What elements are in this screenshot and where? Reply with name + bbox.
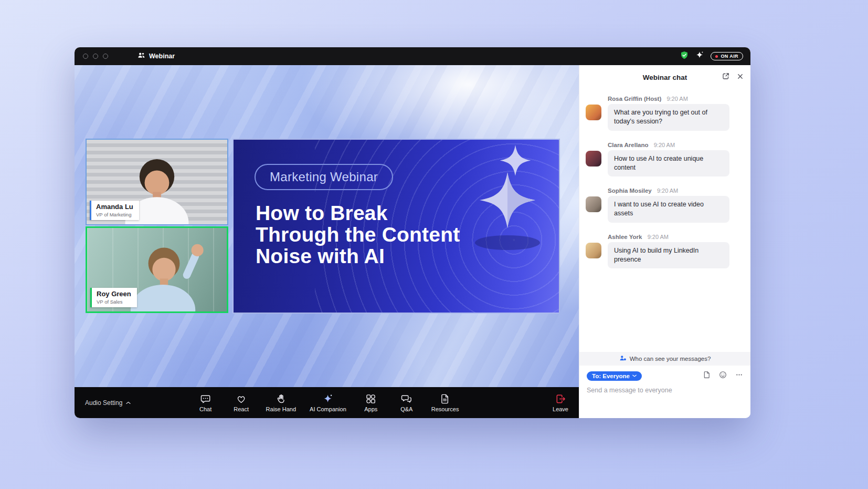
webinar-people-icon	[137, 51, 145, 61]
slide-heading-line: How to Break	[256, 203, 460, 224]
stage-column: Amanda Lu VP of Marketing	[75, 65, 579, 418]
people-icon	[619, 355, 627, 363]
toolbar-buttons: Chat React Raise Hand AI Companion	[195, 387, 459, 418]
titlebar: Webinar ON AIR	[75, 47, 750, 65]
toolbar-button-label: React	[234, 406, 249, 412]
message-header: Clara Arellano 9:20 AM	[608, 142, 743, 148]
apps-button[interactable]: Apps	[360, 393, 382, 412]
message-time: 9:20 AM	[657, 188, 678, 194]
chevron-up-icon	[126, 401, 131, 404]
close-window-button[interactable]	[83, 54, 88, 59]
resources-icon	[440, 393, 451, 404]
who-can-see-link[interactable]: Who can see your messages?	[579, 352, 750, 366]
composer-icons	[703, 371, 743, 381]
message-time: 9:20 AM	[654, 142, 675, 148]
audio-setting-button[interactable]: Audio Setting	[85, 399, 131, 407]
toolbar-button-label: AI Companion	[310, 406, 346, 412]
toolbar-button-label: Q&A	[400, 406, 412, 412]
leave-button-label: Leave	[553, 406, 568, 412]
webinar-window: Webinar ON AIR	[75, 47, 750, 418]
chat-composer: To: Everyone	[579, 366, 750, 418]
avatar	[586, 196, 601, 212]
speaker-tile-roy[interactable]: Roy Green VP of Sales	[86, 226, 228, 313]
chat-message-list: Rosa Griffin (Host) 9:20 AM What are you…	[579, 89, 750, 352]
audio-setting-label: Audio Setting	[85, 399, 122, 407]
composer-toolbar: To: Everyone	[587, 371, 743, 381]
toolbar-button-label: Resources	[431, 406, 459, 412]
maximize-window-button[interactable]	[103, 54, 108, 59]
avatar	[586, 105, 601, 120]
heart-icon	[236, 393, 247, 404]
message-header: Sophia Mosiley 9:20 AM	[608, 188, 743, 194]
chat-button[interactable]: Chat	[195, 393, 217, 412]
to-selector-label: To: Everyone	[592, 373, 630, 379]
chat-header-icons	[722, 72, 744, 82]
chat-message-input[interactable]	[587, 387, 743, 394]
apps-icon	[365, 393, 376, 404]
more-icon[interactable]	[735, 371, 743, 381]
close-icon[interactable]	[737, 72, 744, 82]
qa-icon	[401, 393, 412, 404]
slide-badge: Marketing Webinar	[255, 164, 393, 190]
speaker-name: Amanda Lu	[96, 203, 133, 211]
speaker-tile-amanda[interactable]: Amanda Lu VP of Marketing	[86, 139, 228, 225]
to-everyone-selector[interactable]: To: Everyone	[587, 371, 642, 381]
video-canvas: Amanda Lu VP of Marketing	[75, 65, 579, 387]
message-author: Ashlee York	[608, 234, 642, 240]
sparkle-icon[interactable]	[695, 51, 704, 61]
file-icon[interactable]	[703, 371, 711, 381]
on-air-badge: ON AIR	[711, 52, 743, 60]
qa-button[interactable]: Q&A	[396, 393, 418, 412]
window-controls	[83, 54, 108, 59]
message-header: Ashlee York 9:20 AM	[608, 234, 743, 240]
message-bubble: How to use AI to create unique content	[608, 150, 729, 177]
message-author: Rosa Griffin (Host)	[608, 96, 661, 102]
message-bubble: Using AI to build my LinkedIn presence	[608, 242, 729, 269]
speaker-role: VP of Sales	[97, 299, 131, 305]
leave-button[interactable]: Leave	[553, 393, 568, 412]
slide-heading-line: Through the Content	[256, 224, 460, 246]
resources-button[interactable]: Resources	[431, 393, 459, 412]
desktop-background: Webinar ON AIR	[0, 0, 868, 489]
chat-message: Rosa Griffin (Host) 9:20 AM What are you…	[586, 96, 743, 131]
shield-check-icon[interactable]	[680, 51, 689, 61]
ai-companion-button[interactable]: AI Companion	[310, 393, 346, 412]
slide-heading: How to Break Through the Content Noise w…	[256, 203, 460, 267]
window-title-group: Webinar	[137, 51, 175, 61]
chat-header: Webinar chat	[579, 65, 750, 89]
chat-message: Clara Arellano 9:20 AM How to use AI to …	[586, 142, 743, 177]
chat-bubble-icon	[200, 393, 211, 404]
pop-out-icon[interactable]	[722, 72, 730, 82]
message-bubble: I want to use AI to create video assets	[608, 196, 729, 223]
toolbar-button-label: Raise Hand	[266, 406, 296, 412]
emoji-icon[interactable]	[719, 371, 727, 381]
avatar	[586, 243, 601, 258]
shared-slide: Marketing Webinar How to Break Through t…	[232, 139, 560, 314]
raise-hand-button[interactable]: Raise Hand	[266, 393, 296, 412]
message-author: Clara Arellano	[608, 142, 649, 148]
message-header: Rosa Griffin (Host) 9:20 AM	[608, 96, 743, 102]
titlebar-status-group: ON AIR	[680, 51, 743, 61]
minimize-window-button[interactable]	[93, 54, 98, 59]
react-button[interactable]: React	[230, 393, 252, 412]
message-time: 9:20 AM	[666, 96, 687, 102]
leave-door-icon	[555, 393, 566, 404]
main-area: Amanda Lu VP of Marketing	[75, 65, 750, 418]
chat-message: Ashlee York 9:20 AM Using AI to build my…	[586, 234, 743, 269]
message-time: 9:20 AM	[648, 234, 669, 240]
who-can-see-label: Who can see your messages?	[630, 356, 711, 362]
toolbar-button-label: Chat	[199, 406, 211, 412]
message-bubble: What are you trying to get out of today'…	[608, 104, 729, 131]
nametag-amanda: Amanda Lu VP of Marketing	[90, 201, 139, 220]
slide-heading-line: Noise with AI	[256, 246, 460, 267]
chevron-down-icon	[632, 374, 637, 377]
toolbar-button-label: Apps	[364, 406, 377, 412]
speaker-role: VP of Marketing	[96, 212, 133, 217]
chat-message: Sophia Mosiley 9:20 AM I want to use AI …	[586, 188, 743, 223]
ai-sparkle-icon	[322, 393, 333, 404]
raise-hand-icon	[276, 393, 287, 404]
on-air-dot-icon	[715, 55, 718, 58]
webinar-chat-panel: Webinar chat Rosa Griffin	[579, 65, 750, 418]
avatar	[586, 151, 601, 167]
window-title: Webinar	[149, 53, 175, 60]
